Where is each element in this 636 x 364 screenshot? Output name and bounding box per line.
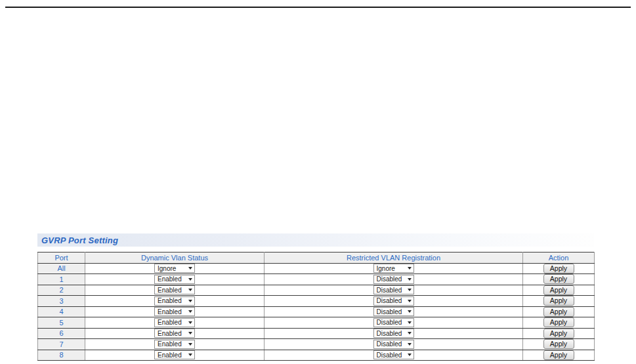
chevron-down-icon [408, 321, 412, 324]
table-row: 4 Enabled Disabled Apply [38, 306, 595, 317]
column-header-restricted-vlan-registration: Restricted VLAN Registration [265, 253, 523, 264]
table-row: 5 Enabled Disabled Apply [38, 317, 595, 329]
chevron-down-icon [188, 278, 192, 281]
chevron-down-icon [408, 354, 412, 356]
restricted-vlan-registration-value: Disabled [377, 340, 402, 348]
port-label: 5 [38, 317, 85, 329]
apply-button[interactable]: Apply [543, 329, 574, 338]
dynamic-vlan-status-select[interactable]: Enabled [154, 307, 195, 316]
dynamic-vlan-status-select[interactable]: Ignore [154, 264, 195, 273]
restricted-vlan-registration-value: Disabled [377, 297, 402, 304]
chevron-down-icon [188, 354, 192, 356]
table-header-row: Port Dynamic Vlan Status Restricted VLAN… [38, 253, 595, 264]
apply-button[interactable]: Apply [543, 296, 574, 306]
restricted-vlan-registration-value: Disabled [377, 352, 402, 359]
restricted-vlan-registration-select[interactable]: Ignore [373, 264, 414, 273]
table-row: 8 Enabled Disabled Apply [38, 350, 595, 361]
restricted-vlan-registration-value: Disabled [377, 287, 402, 294]
dynamic-vlan-status-value: Enabled [158, 275, 182, 283]
gvrp-port-setting-panel: GVRP Port Setting Port Dynamic Vlan Stat… [37, 233, 594, 361]
dynamic-vlan-status-value: Ignore [158, 265, 176, 272]
dynamic-vlan-status-select[interactable]: Enabled [154, 329, 195, 338]
dynamic-vlan-status-select[interactable]: Enabled [154, 318, 195, 327]
port-label: 4 [38, 306, 85, 317]
chevron-down-icon [408, 267, 412, 270]
column-header-port: Port [38, 253, 85, 264]
port-label: All [38, 263, 85, 274]
apply-button[interactable]: Apply [543, 350, 574, 360]
chevron-down-icon [188, 300, 192, 302]
dynamic-vlan-status-select[interactable]: Enabled [154, 275, 195, 284]
chevron-down-icon [188, 289, 192, 291]
chevron-down-icon [408, 278, 412, 281]
port-label: 3 [38, 296, 85, 307]
dynamic-vlan-status-value: Enabled [158, 297, 182, 304]
dynamic-vlan-status-select[interactable]: Enabled [154, 296, 195, 306]
chevron-down-icon [188, 321, 192, 324]
page: GVRP Port Setting Port Dynamic Vlan Stat… [0, 0, 636, 364]
restricted-vlan-registration-select[interactable]: Disabled [373, 318, 414, 327]
port-label: 1 [38, 274, 85, 285]
chevron-down-icon [408, 332, 412, 334]
dynamic-vlan-status-select[interactable]: Enabled [154, 285, 195, 294]
apply-button[interactable]: Apply [543, 264, 574, 273]
apply-button[interactable]: Apply [543, 285, 574, 295]
dynamic-vlan-status-select[interactable]: Enabled [154, 350, 195, 359]
chevron-down-icon [408, 343, 412, 346]
page-top-rule [5, 7, 631, 8]
restricted-vlan-registration-select[interactable]: Disabled [373, 296, 414, 306]
restricted-vlan-registration-select[interactable]: Disabled [373, 350, 414, 359]
table-row: 1 Enabled Disabled Apply [38, 274, 595, 285]
port-label: 2 [38, 285, 85, 296]
dynamic-vlan-status-value: Enabled [158, 352, 182, 359]
dynamic-vlan-status-value: Enabled [158, 340, 182, 348]
page-title: GVRP Port Setting [41, 235, 118, 245]
restricted-vlan-registration-value: Disabled [377, 275, 402, 283]
restricted-vlan-registration-select[interactable]: Disabled [373, 340, 414, 349]
dynamic-vlan-status-value: Enabled [158, 287, 182, 294]
chevron-down-icon [408, 289, 412, 291]
table-row: 6 Enabled Disabled Apply [38, 328, 595, 339]
port-label: 6 [38, 328, 85, 339]
port-label: 7 [38, 339, 85, 350]
dynamic-vlan-status-value: Enabled [158, 330, 182, 337]
chevron-down-icon [188, 332, 192, 334]
chevron-down-icon [188, 343, 192, 346]
port-label: 8 [38, 350, 85, 361]
apply-button[interactable]: Apply [543, 339, 574, 349]
column-header-action: Action [523, 253, 595, 264]
restricted-vlan-registration-select[interactable]: Disabled [373, 275, 414, 284]
dynamic-vlan-status-value: Enabled [158, 308, 182, 315]
restricted-vlan-registration-value: Ignore [377, 265, 395, 272]
restricted-vlan-registration-select[interactable]: Disabled [373, 307, 414, 316]
chevron-down-icon [408, 300, 412, 302]
restricted-vlan-registration-value: Disabled [377, 319, 402, 326]
chevron-down-icon [188, 267, 192, 270]
chevron-down-icon [408, 310, 412, 313]
restricted-vlan-registration-value: Disabled [377, 308, 402, 315]
dynamic-vlan-status-value: Enabled [158, 319, 182, 326]
table-row: 7 Enabled Disabled Apply [38, 339, 595, 350]
table-row: 2 Enabled Disabled Apply [38, 285, 595, 296]
restricted-vlan-registration-select[interactable]: Disabled [373, 285, 414, 294]
apply-button[interactable]: Apply [543, 317, 574, 327]
chevron-down-icon [188, 310, 192, 313]
panel-title-bar: GVRP Port Setting [37, 233, 594, 247]
restricted-vlan-registration-select[interactable]: Disabled [373, 329, 414, 338]
dynamic-vlan-status-select[interactable]: Enabled [154, 340, 195, 349]
gvrp-port-table: Port Dynamic Vlan Status Restricted VLAN… [37, 252, 595, 361]
table-row: 3 Enabled Disabled Apply [38, 296, 595, 307]
apply-button[interactable]: Apply [543, 307, 574, 317]
restricted-vlan-registration-value: Disabled [377, 330, 402, 337]
column-header-dynamic-vlan-status: Dynamic Vlan Status [85, 253, 265, 264]
table-row: All Ignore Ignore Apply [38, 263, 595, 274]
apply-button[interactable]: Apply [543, 274, 574, 284]
